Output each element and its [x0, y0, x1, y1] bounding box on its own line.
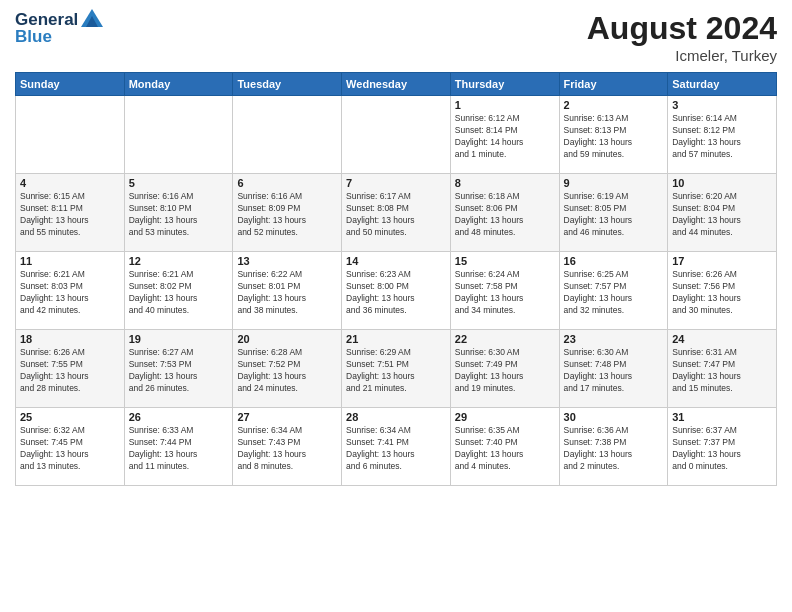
calendar-page: General Blue August 2024 Icmeler, Turkey…	[0, 0, 792, 612]
day-number: 26	[129, 411, 229, 423]
calendar-cell	[342, 96, 451, 174]
week-row: 1Sunrise: 6:12 AM Sunset: 8:14 PM Daylig…	[16, 96, 777, 174]
day-info: Sunrise: 6:29 AM Sunset: 7:51 PM Dayligh…	[346, 347, 446, 395]
day-number: 1	[455, 99, 555, 111]
day-info: Sunrise: 6:26 AM Sunset: 7:55 PM Dayligh…	[20, 347, 120, 395]
calendar-cell: 19Sunrise: 6:27 AM Sunset: 7:53 PM Dayli…	[124, 330, 233, 408]
day-number: 31	[672, 411, 772, 423]
day-number: 6	[237, 177, 337, 189]
day-number: 20	[237, 333, 337, 345]
day-number: 3	[672, 99, 772, 111]
calendar-cell: 8Sunrise: 6:18 AM Sunset: 8:06 PM Daylig…	[450, 174, 559, 252]
logo: General Blue	[15, 10, 103, 47]
day-info: Sunrise: 6:30 AM Sunset: 7:49 PM Dayligh…	[455, 347, 555, 395]
calendar-cell: 25Sunrise: 6:32 AM Sunset: 7:45 PM Dayli…	[16, 408, 125, 486]
calendar-cell: 14Sunrise: 6:23 AM Sunset: 8:00 PM Dayli…	[342, 252, 451, 330]
col-thursday: Thursday	[450, 73, 559, 96]
title-block: August 2024 Icmeler, Turkey	[587, 10, 777, 64]
month-year: August 2024	[587, 10, 777, 47]
week-row: 18Sunrise: 6:26 AM Sunset: 7:55 PM Dayli…	[16, 330, 777, 408]
day-number: 12	[129, 255, 229, 267]
calendar-cell: 30Sunrise: 6:36 AM Sunset: 7:38 PM Dayli…	[559, 408, 668, 486]
logo-icon	[81, 9, 103, 27]
calendar-header: Sunday Monday Tuesday Wednesday Thursday…	[16, 73, 777, 96]
day-number: 30	[564, 411, 664, 423]
calendar-cell: 23Sunrise: 6:30 AM Sunset: 7:48 PM Dayli…	[559, 330, 668, 408]
calendar-cell: 31Sunrise: 6:37 AM Sunset: 7:37 PM Dayli…	[668, 408, 777, 486]
day-info: Sunrise: 6:33 AM Sunset: 7:44 PM Dayligh…	[129, 425, 229, 473]
week-row: 25Sunrise: 6:32 AM Sunset: 7:45 PM Dayli…	[16, 408, 777, 486]
location: Icmeler, Turkey	[587, 47, 777, 64]
day-number: 27	[237, 411, 337, 423]
day-number: 24	[672, 333, 772, 345]
day-number: 15	[455, 255, 555, 267]
day-number: 10	[672, 177, 772, 189]
day-info: Sunrise: 6:16 AM Sunset: 8:10 PM Dayligh…	[129, 191, 229, 239]
calendar-cell: 21Sunrise: 6:29 AM Sunset: 7:51 PM Dayli…	[342, 330, 451, 408]
day-info: Sunrise: 6:36 AM Sunset: 7:38 PM Dayligh…	[564, 425, 664, 473]
calendar-cell: 3Sunrise: 6:14 AM Sunset: 8:12 PM Daylig…	[668, 96, 777, 174]
day-number: 9	[564, 177, 664, 189]
calendar-cell	[16, 96, 125, 174]
day-number: 19	[129, 333, 229, 345]
day-number: 21	[346, 333, 446, 345]
day-info: Sunrise: 6:25 AM Sunset: 7:57 PM Dayligh…	[564, 269, 664, 317]
col-tuesday: Tuesday	[233, 73, 342, 96]
day-number: 8	[455, 177, 555, 189]
calendar-cell: 2Sunrise: 6:13 AM Sunset: 8:13 PM Daylig…	[559, 96, 668, 174]
day-info: Sunrise: 6:15 AM Sunset: 8:11 PM Dayligh…	[20, 191, 120, 239]
calendar-cell	[124, 96, 233, 174]
day-number: 29	[455, 411, 555, 423]
day-info: Sunrise: 6:31 AM Sunset: 7:47 PM Dayligh…	[672, 347, 772, 395]
day-info: Sunrise: 6:30 AM Sunset: 7:48 PM Dayligh…	[564, 347, 664, 395]
day-number: 16	[564, 255, 664, 267]
day-info: Sunrise: 6:32 AM Sunset: 7:45 PM Dayligh…	[20, 425, 120, 473]
day-number: 18	[20, 333, 120, 345]
calendar-cell: 4Sunrise: 6:15 AM Sunset: 8:11 PM Daylig…	[16, 174, 125, 252]
day-number: 14	[346, 255, 446, 267]
day-info: Sunrise: 6:14 AM Sunset: 8:12 PM Dayligh…	[672, 113, 772, 161]
calendar-cell	[233, 96, 342, 174]
week-row: 4Sunrise: 6:15 AM Sunset: 8:11 PM Daylig…	[16, 174, 777, 252]
day-info: Sunrise: 6:26 AM Sunset: 7:56 PM Dayligh…	[672, 269, 772, 317]
day-number: 25	[20, 411, 120, 423]
calendar-body: 1Sunrise: 6:12 AM Sunset: 8:14 PM Daylig…	[16, 96, 777, 486]
calendar-cell: 17Sunrise: 6:26 AM Sunset: 7:56 PM Dayli…	[668, 252, 777, 330]
day-info: Sunrise: 6:35 AM Sunset: 7:40 PM Dayligh…	[455, 425, 555, 473]
week-row: 11Sunrise: 6:21 AM Sunset: 8:03 PM Dayli…	[16, 252, 777, 330]
calendar-cell: 20Sunrise: 6:28 AM Sunset: 7:52 PM Dayli…	[233, 330, 342, 408]
calendar-cell: 11Sunrise: 6:21 AM Sunset: 8:03 PM Dayli…	[16, 252, 125, 330]
calendar-cell: 5Sunrise: 6:16 AM Sunset: 8:10 PM Daylig…	[124, 174, 233, 252]
calendar-cell: 12Sunrise: 6:21 AM Sunset: 8:02 PM Dayli…	[124, 252, 233, 330]
col-saturday: Saturday	[668, 73, 777, 96]
col-friday: Friday	[559, 73, 668, 96]
calendar-cell: 7Sunrise: 6:17 AM Sunset: 8:08 PM Daylig…	[342, 174, 451, 252]
calendar-cell: 28Sunrise: 6:34 AM Sunset: 7:41 PM Dayli…	[342, 408, 451, 486]
day-number: 23	[564, 333, 664, 345]
day-info: Sunrise: 6:24 AM Sunset: 7:58 PM Dayligh…	[455, 269, 555, 317]
day-info: Sunrise: 6:21 AM Sunset: 8:02 PM Dayligh…	[129, 269, 229, 317]
day-number: 4	[20, 177, 120, 189]
calendar-cell: 24Sunrise: 6:31 AM Sunset: 7:47 PM Dayli…	[668, 330, 777, 408]
col-wednesday: Wednesday	[342, 73, 451, 96]
calendar-cell: 10Sunrise: 6:20 AM Sunset: 8:04 PM Dayli…	[668, 174, 777, 252]
day-number: 13	[237, 255, 337, 267]
calendar-table: Sunday Monday Tuesday Wednesday Thursday…	[15, 72, 777, 486]
day-info: Sunrise: 6:34 AM Sunset: 7:43 PM Dayligh…	[237, 425, 337, 473]
calendar-cell: 16Sunrise: 6:25 AM Sunset: 7:57 PM Dayli…	[559, 252, 668, 330]
day-number: 28	[346, 411, 446, 423]
day-info: Sunrise: 6:20 AM Sunset: 8:04 PM Dayligh…	[672, 191, 772, 239]
header: General Blue August 2024 Icmeler, Turkey	[15, 10, 777, 64]
day-number: 11	[20, 255, 120, 267]
header-row: Sunday Monday Tuesday Wednesday Thursday…	[16, 73, 777, 96]
day-info: Sunrise: 6:21 AM Sunset: 8:03 PM Dayligh…	[20, 269, 120, 317]
calendar-cell: 22Sunrise: 6:30 AM Sunset: 7:49 PM Dayli…	[450, 330, 559, 408]
day-number: 22	[455, 333, 555, 345]
day-number: 2	[564, 99, 664, 111]
col-monday: Monday	[124, 73, 233, 96]
day-info: Sunrise: 6:27 AM Sunset: 7:53 PM Dayligh…	[129, 347, 229, 395]
day-number: 17	[672, 255, 772, 267]
calendar-cell: 1Sunrise: 6:12 AM Sunset: 8:14 PM Daylig…	[450, 96, 559, 174]
col-sunday: Sunday	[16, 73, 125, 96]
calendar-cell: 13Sunrise: 6:22 AM Sunset: 8:01 PM Dayli…	[233, 252, 342, 330]
